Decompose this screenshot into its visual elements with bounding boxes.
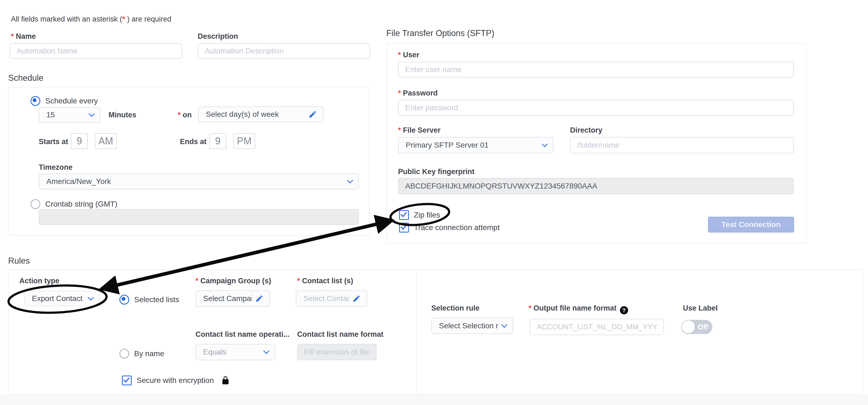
action-type-label: Action type xyxy=(19,277,59,285)
campaign-group-label: * Campaign Group (s) xyxy=(195,277,271,285)
crontab-label: Crontab string (GMT) xyxy=(45,200,118,208)
directory-label: Directory xyxy=(570,126,602,135)
secure-encryption-option: Secure with encryption xyxy=(122,376,230,385)
by-name-label: By name xyxy=(134,349,164,358)
password-label: * Password xyxy=(398,89,438,97)
pencil-icon[interactable] xyxy=(255,294,264,303)
automation-settings-page: All fields marked with an asterisk (* ) … xyxy=(0,0,868,405)
name-label-text: Name xyxy=(16,32,36,40)
ends-at-label: Ends at xyxy=(180,138,207,146)
timezone-select[interactable]: America/New_York xyxy=(39,174,359,190)
name-operator-value: Equals xyxy=(203,348,226,356)
schedule-heading: Schedule xyxy=(8,73,43,83)
zip-files-option: Zip files xyxy=(399,210,440,220)
crontab-radio[interactable] xyxy=(31,199,40,209)
start-meridiem-toggle[interactable]: AM xyxy=(95,133,117,149)
required-asterisk: * xyxy=(178,111,181,119)
name-label: * Name xyxy=(11,32,36,41)
output-format-label: * Output file name format? xyxy=(529,304,628,314)
sftp-heading: File Transfer Options (SFTP) xyxy=(386,28,494,38)
file-server-value: Primary SFTP Server 01 xyxy=(406,141,489,149)
secure-encryption-label: Secure with encryption xyxy=(136,376,214,385)
campaign-group-select[interactable]: Select Campaign... xyxy=(195,290,270,307)
file-server-select[interactable]: Primary SFTP Server 01 xyxy=(398,137,553,153)
password-label-text: Password xyxy=(403,89,438,97)
selected-lists-radio[interactable] xyxy=(119,295,129,305)
password-input[interactable] xyxy=(398,100,794,116)
help-question-icon[interactable]: ? xyxy=(620,306,628,314)
description-label: Description xyxy=(198,32,238,41)
days-of-week-select[interactable]: Select day(s) of week xyxy=(198,107,323,122)
interval-select[interactable]: 15 xyxy=(39,107,100,123)
user-input[interactable] xyxy=(398,62,794,78)
rules-heading: Rules xyxy=(8,256,30,266)
trace-connection-label: Trace connection attempt xyxy=(414,223,500,232)
pencil-icon[interactable] xyxy=(352,294,361,303)
chevron-down-icon xyxy=(88,294,94,301)
minutes-label: Minutes xyxy=(108,111,136,119)
end-hour-input[interactable]: 9 xyxy=(209,133,226,149)
directory-input[interactable] xyxy=(570,137,794,153)
trace-connection-checkbox[interactable] xyxy=(399,223,409,233)
name-format-label: Contact list name format xyxy=(297,330,383,339)
start-meridiem-value: AM xyxy=(98,135,113,147)
starts-at-label: Starts at xyxy=(39,138,68,146)
by-name-radio[interactable] xyxy=(119,349,129,358)
schedule-every-label: Schedule every xyxy=(45,96,98,105)
use-label-label: Use Label xyxy=(683,304,718,313)
selection-rule-select[interactable]: Select Selection r... xyxy=(431,318,513,334)
action-type-select[interactable]: Export Contact List xyxy=(24,291,99,306)
pencil-icon[interactable] xyxy=(308,110,317,119)
name-operator-label: Contact list name operati... xyxy=(195,330,289,339)
required-note-asterisk: * xyxy=(122,15,125,23)
description-input[interactable] xyxy=(198,43,370,59)
required-asterisk: * xyxy=(195,277,198,285)
on-label: * on xyxy=(178,111,192,119)
user-label: * User xyxy=(398,51,419,59)
chevron-down-icon xyxy=(501,322,507,328)
interval-value: 15 xyxy=(46,111,55,119)
required-asterisk: * xyxy=(398,89,401,97)
fingerprint-label: Public Key fingerprint xyxy=(398,168,475,176)
zip-files-checkbox[interactable] xyxy=(399,210,409,220)
schedule-every-radio[interactable] xyxy=(31,96,40,106)
chevron-down-icon xyxy=(347,177,353,184)
trace-connection-option: Trace connection attempt xyxy=(399,223,500,233)
required-asterisk: * xyxy=(398,126,401,134)
fingerprint-input xyxy=(398,178,794,194)
name-operator-select[interactable]: Equals xyxy=(195,344,275,360)
toggle-state-label: Off xyxy=(698,323,708,331)
timezone-value: America/New_York xyxy=(46,177,111,186)
selection-rule-value: Select Selection r... xyxy=(439,321,498,330)
output-format-label-text: Output file name format xyxy=(533,304,617,312)
end-meridiem-value: PM xyxy=(237,135,252,147)
days-of-week-placeholder: Select day(s) of week xyxy=(206,110,279,119)
required-asterisk: * xyxy=(529,304,532,312)
end-hour-value: 9 xyxy=(215,135,221,147)
use-label-toggle[interactable]: Off xyxy=(681,320,712,334)
file-server-label: * File Server xyxy=(398,126,440,135)
schedule-every-option: Schedule every xyxy=(31,96,98,106)
on-label-text: on xyxy=(183,111,192,119)
end-meridiem-toggle[interactable]: PM xyxy=(234,133,255,149)
name-input[interactable] xyxy=(9,43,182,59)
contact-list-select[interactable]: Select Contact Li... xyxy=(296,290,367,307)
start-hour-input[interactable]: 9 xyxy=(71,133,88,149)
chevron-down-icon xyxy=(264,348,270,354)
contact-list-value: Select Contact Li... xyxy=(303,294,349,303)
name-format-input xyxy=(297,344,377,360)
required-asterisk: * xyxy=(398,51,401,59)
test-connection-button[interactable]: Test Connection xyxy=(708,217,794,233)
rules-divider xyxy=(416,270,417,395)
crontab-option: Crontab string (GMT) xyxy=(31,199,118,209)
selected-lists-label: Selected lists xyxy=(134,295,179,304)
output-format-input[interactable] xyxy=(530,319,664,335)
start-hour-value: 9 xyxy=(76,135,82,147)
required-note-suffix: ) are required xyxy=(125,15,172,23)
toggle-knob xyxy=(682,320,695,334)
file-server-label-text: File Server xyxy=(403,126,440,134)
bottom-scroll-band xyxy=(0,395,868,405)
secure-encryption-checkbox[interactable] xyxy=(122,376,132,385)
lock-icon xyxy=(221,376,230,385)
zip-files-label: Zip files xyxy=(414,211,440,220)
